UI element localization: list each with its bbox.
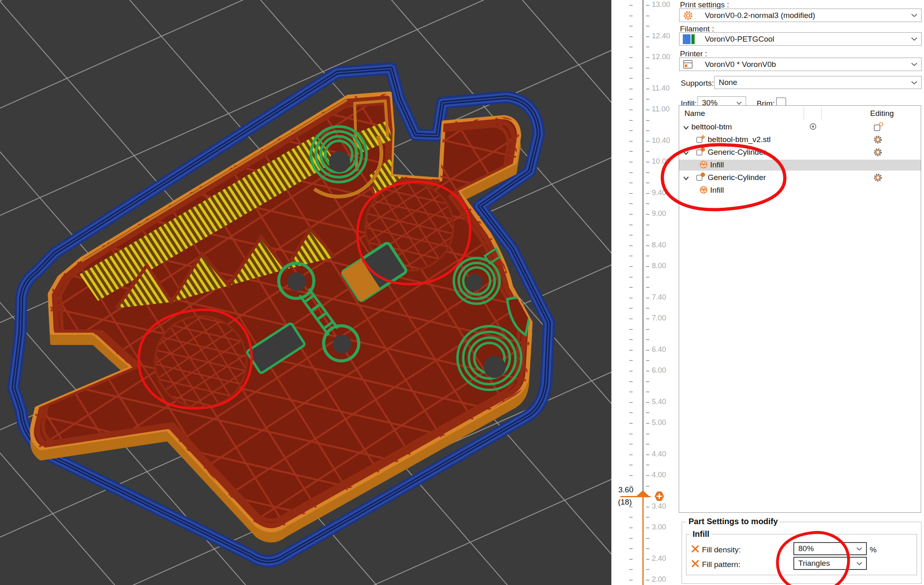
ruler-tick [629, 339, 633, 340]
layer-slider[interactable]: 13.0012.4012.0011.4011.0010.4010.009.409… [611, 0, 679, 585]
ruler-tick-label: 6.40 [652, 345, 666, 354]
tree-row[interactable]: Generic-Cylinder [679, 171, 921, 184]
supports-combo[interactable]: None [714, 76, 922, 89]
ruler-tick [646, 412, 649, 413]
ruler-tick [646, 141, 649, 142]
ruler-tick [646, 203, 649, 204]
ruler-tick [646, 580, 649, 581]
ruler-tick [629, 318, 633, 319]
gear-icon[interactable] [873, 135, 883, 145]
ruler-tick [646, 444, 649, 445]
ruler-tick [646, 47, 649, 47]
ruler-tick-label: 3.00 [652, 523, 666, 532]
supports-value: None [719, 78, 737, 87]
chevron-expand-icon[interactable] [683, 176, 689, 180]
chevron-down-icon [856, 547, 862, 551]
tree-row[interactable]: belttool-btm [679, 121, 921, 133]
object-tree: Name Editing belttool-btmbelttool-btm_v2… [679, 105, 921, 513]
ruler-tick [629, 47, 633, 47]
ruler-tick-label: 11.40 [652, 84, 670, 93]
tree-row-label: Generic-Cylinder [708, 148, 766, 157]
ruler-tick [646, 266, 649, 267]
ruler-tick [629, 214, 633, 215]
ruler-tick [646, 235, 649, 236]
ruler-tick [629, 172, 633, 173]
ruler-tick [629, 559, 633, 560]
ruler-tick [629, 89, 633, 89]
fill-density-suffix: % [870, 545, 877, 554]
ruler-tick [646, 329, 649, 330]
column-divider [804, 107, 804, 120]
ruler-tick-label: 2.00 [652, 575, 666, 584]
tree-row-label: Generic-Cylinder [708, 173, 766, 182]
printer-combo[interactable]: VoronV0 * VoronV0b [679, 58, 922, 71]
ruler-tick [646, 16, 649, 16]
ruler-tick [629, 360, 633, 361]
gear-icon[interactable] [873, 173, 883, 182]
ruler-tick [629, 5, 633, 6]
ruler-tick [646, 423, 649, 424]
ruler-tick [646, 109, 649, 110]
remove-setting-icon[interactable] [691, 545, 699, 553]
ruler-tick-label: 5.40 [652, 398, 666, 406]
tree-row[interactable]: Infill [679, 184, 921, 197]
tree-row[interactable]: belttool-btm_v2.stl [679, 133, 921, 146]
ruler-tick [629, 245, 633, 246]
ruler-tick [646, 360, 649, 361]
chevron-expand-icon[interactable] [683, 126, 689, 130]
ruler-tick [629, 465, 633, 465]
current-layer-height: 3.60 [611, 485, 633, 494]
ruler-tick [646, 36, 649, 37]
ruler-tick-label: 7.40 [652, 293, 666, 302]
ruler-tick [646, 298, 649, 298]
ruler-tick [629, 120, 633, 121]
chevron-expand-icon[interactable] [683, 151, 689, 155]
ruler-tick [629, 444, 633, 445]
print-settings-combo[interactable]: VoronV0-0.2-normal3 (modified) [679, 9, 922, 22]
object-settings-icon[interactable] [873, 122, 884, 132]
viewport-3d-preview[interactable] [0, 0, 611, 585]
ruler-tick [629, 329, 633, 330]
ruler-tick [646, 68, 649, 69]
fill-pattern-combo[interactable]: Triangles [793, 557, 867, 570]
ruler-tick-label: 12.40 [652, 32, 670, 40]
ruler-tick-label: 10.40 [652, 136, 670, 145]
ruler-tick [629, 350, 633, 351]
ruler-tick [629, 235, 633, 236]
infill-subgroup-title: Infill [691, 529, 711, 539]
ruler-tick [629, 182, 633, 183]
ruler-tick [646, 130, 649, 131]
supports-label: Supports: [681, 79, 714, 88]
ruler-tick [629, 548, 633, 549]
fill-density-value: 80% [798, 544, 814, 553]
filament-combo[interactable]: VoronV0-PETGCool [679, 32, 922, 46]
ruler-tick [629, 434, 633, 434]
remove-setting-icon[interactable] [691, 560, 699, 567]
layer-slider-track-active[interactable] [642, 495, 644, 585]
gear-icon[interactable] [873, 147, 883, 157]
printer-value: VoronV0 * VoronV0b [705, 60, 776, 69]
layer-slider-track[interactable] [642, 0, 644, 495]
ruler-tick [646, 391, 649, 392]
ruler-tick [646, 434, 649, 434]
ruler-tick [629, 298, 633, 298]
add-color-change-button[interactable] [654, 491, 665, 502]
ruler-tick [646, 277, 649, 278]
tree-row[interactable]: Generic-Cylinder [679, 146, 921, 159]
ruler-tick [629, 423, 633, 424]
ruler-tick [629, 130, 633, 131]
ruler-tick [646, 162, 649, 162]
ruler-tick [629, 78, 633, 79]
filament-value: VoronV0-PETGCool [705, 35, 774, 44]
layer-slider-thumb[interactable] [636, 490, 649, 496]
ruler-tick [646, 151, 649, 152]
ruler-tick-label: 12.00 [652, 53, 670, 61]
ruler-tick [646, 193, 649, 194]
ruler-tick [646, 5, 649, 6]
tree-row[interactable]: Infill [679, 159, 921, 171]
eye-icon[interactable] [808, 122, 817, 131]
ruler-tick [646, 517, 649, 518]
fill-density-combo[interactable]: 80% [793, 542, 867, 555]
ruler-tick [629, 527, 633, 528]
ruler-tick [646, 339, 649, 340]
